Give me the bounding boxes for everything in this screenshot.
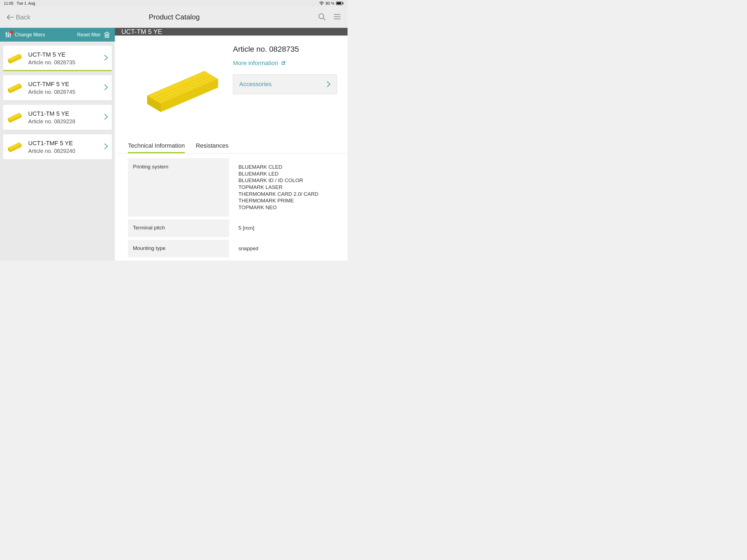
- reset-filter-button[interactable]: Reset filter: [77, 31, 110, 38]
- tech-row: Printing system BLUEMARK CLEDBLUEMARK LE…: [128, 158, 334, 217]
- product-thumbnail: [7, 138, 24, 156]
- tech-key: Mounting type: [128, 240, 229, 258]
- main-content: UCT-TM 5 YE: [115, 28, 347, 261]
- reset-filter-label: Reset filter: [77, 32, 101, 38]
- sidebar: Change filters Reset filter: [0, 28, 115, 261]
- svg-point-13: [8, 35, 9, 36]
- product-thumbnail: [7, 79, 24, 97]
- product-card[interactable]: UCT1-TMF 5 YE Article no. 0829240: [3, 134, 112, 160]
- search-button[interactable]: [318, 13, 326, 22]
- status-bar: 11:05 Tue 1. Aug 80 %: [0, 0, 347, 6]
- product-thumbnail: [7, 108, 24, 126]
- product-thumbnail: [7, 50, 24, 67]
- product-image-svg: [128, 52, 226, 128]
- status-time: 11:05: [4, 1, 14, 5]
- product-card-subtitle: Article no. 0829228: [28, 119, 100, 125]
- product-card[interactable]: UCT-TM 5 YE Article no. 0828735: [3, 45, 112, 71]
- product-card-title: UCT-TMF 5 YE: [28, 81, 100, 88]
- tech-value: BLUEMARK CLEDBLUEMARK LEDBLUEMARK ID / I…: [233, 158, 334, 217]
- product-card-subtitle: Article no. 0829240: [28, 148, 100, 154]
- battery-icon: [336, 1, 344, 5]
- hamburger-icon: [333, 13, 341, 21]
- tech-key: Terminal pitch: [128, 219, 229, 237]
- svg-line-5: [323, 18, 325, 20]
- product-card-title: UCT-TM 5 YE: [28, 51, 100, 58]
- product-detail-header: UCT-TM 5 YE: [115, 28, 347, 35]
- tab-technical-information[interactable]: Technical Information: [128, 139, 185, 153]
- arrow-left-icon: [6, 14, 14, 20]
- page-title: Product Catalog: [149, 13, 200, 21]
- status-date: Tue 1. Aug: [17, 1, 35, 5]
- nav-header: Back Product Catalog: [0, 6, 347, 28]
- tech-value: 5 [mm]: [233, 219, 334, 237]
- product-list: UCT-TM 5 YE Article no. 0828735 UCT-TMF …: [0, 42, 115, 163]
- svg-point-0: [321, 4, 322, 5]
- search-icon: [318, 13, 326, 21]
- back-label: Back: [16, 14, 30, 21]
- chevron-right-icon: [327, 81, 331, 87]
- product-card-title: UCT1-TMF 5 YE: [28, 140, 100, 147]
- chevron-right-icon: [104, 114, 108, 121]
- trash-icon: [104, 31, 110, 38]
- product-card-title: UCT1-TM 5 YE: [28, 110, 100, 117]
- tech-row: Mounting type snapped: [128, 240, 334, 258]
- change-filters-button[interactable]: Change filters: [5, 31, 45, 38]
- accessories-button[interactable]: Accessories: [233, 74, 337, 94]
- tech-row: Terminal pitch 5 [mm]: [128, 219, 334, 237]
- chevron-right-icon: [104, 143, 108, 150]
- filter-bar: Change filters Reset filter: [0, 28, 115, 42]
- product-image: [128, 44, 226, 137]
- article-number: Article no. 0828735: [233, 45, 338, 54]
- chevron-right-icon: [104, 84, 108, 91]
- chevron-right-icon: [104, 55, 108, 62]
- product-card[interactable]: UCT-TMF 5 YE Article no. 0828745: [3, 75, 112, 101]
- status-battery-text: 80 %: [326, 1, 334, 5]
- menu-button[interactable]: [333, 13, 341, 22]
- change-filters-label: Change filters: [15, 32, 45, 38]
- product-card-subtitle: Article no. 0828745: [28, 89, 100, 95]
- wifi-icon: [319, 1, 324, 5]
- more-information-label: More information: [233, 59, 278, 67]
- tech-value: snapped: [233, 240, 334, 258]
- more-information-link[interactable]: More information: [233, 59, 338, 67]
- svg-rect-3: [343, 2, 343, 4]
- product-card[interactable]: UCT1-TM 5 YE Article no. 0829228: [3, 104, 112, 130]
- svg-point-12: [6, 33, 7, 34]
- back-button[interactable]: Back: [6, 14, 30, 21]
- detail-tabs: Technical Information Resistances: [115, 139, 347, 153]
- accessories-label: Accessories: [239, 81, 272, 88]
- tech-key: Printing system: [128, 158, 229, 217]
- filter-badge: [10, 30, 14, 34]
- product-card-subtitle: Article no. 0828735: [28, 59, 100, 66]
- external-link-icon: [281, 61, 286, 66]
- tab-resistances[interactable]: Resistances: [196, 139, 229, 153]
- technical-info-table: Printing system BLUEMARK CLEDBLUEMARK LE…: [115, 153, 347, 261]
- svg-rect-2: [337, 2, 341, 4]
